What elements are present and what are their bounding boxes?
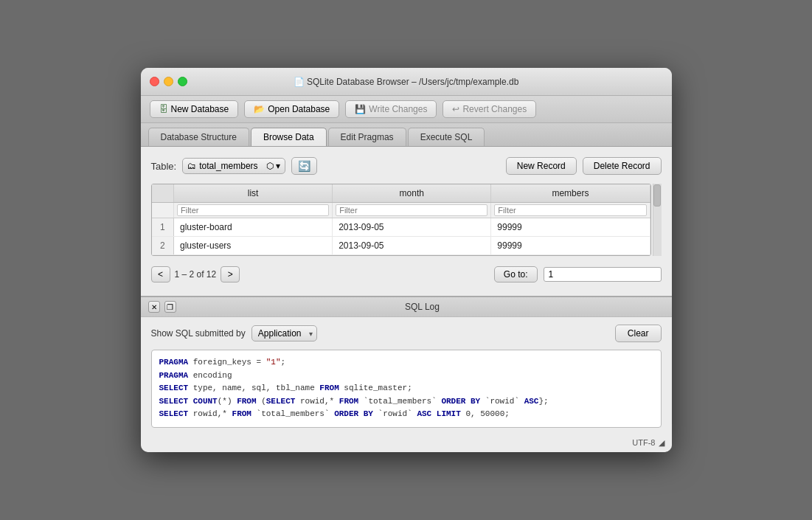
sql-line: SELECT rowid,* FROM `total_members` ORDE… bbox=[159, 408, 653, 421]
data-table: list month members bbox=[152, 184, 650, 255]
filter-rownum bbox=[152, 203, 174, 218]
write-changes-icon: 💾 bbox=[355, 104, 366, 114]
table-row[interactable]: 1 gluster-board 2013-09-05 99999 bbox=[152, 218, 650, 237]
sql-log-title: SQL Log bbox=[181, 302, 664, 312]
cell-list-1[interactable]: gluster-users bbox=[174, 237, 333, 255]
tab-edit-pragmas[interactable]: Edit Pragmas bbox=[328, 128, 406, 146]
cell-month-1[interactable]: 2013-09-05 bbox=[333, 237, 491, 255]
cell-members-0[interactable]: 99999 bbox=[491, 218, 650, 237]
filter-month-input[interactable] bbox=[336, 204, 487, 216]
goto-button[interactable]: Go to: bbox=[494, 266, 538, 282]
table-select[interactable]: 🗂 total_members ⬡ ▾ bbox=[182, 158, 285, 174]
next-page-button[interactable]: > bbox=[221, 266, 240, 282]
page-info: 1 – 2 of 12 bbox=[175, 269, 217, 280]
row-num-0: 1 bbox=[152, 218, 174, 237]
cell-list-0[interactable]: gluster-board bbox=[174, 218, 333, 237]
table-icon: 🗂 bbox=[187, 161, 196, 171]
tab-database-structure[interactable]: Database Structure bbox=[148, 128, 249, 146]
cell-month-0[interactable]: 2013-09-05 bbox=[333, 218, 491, 237]
prev-page-button[interactable]: < bbox=[151, 266, 170, 282]
table-row[interactable]: 2 gluster-users 2013-09-05 99999 bbox=[152, 237, 650, 255]
maximize-button[interactable] bbox=[178, 77, 187, 86]
filter-month-cell bbox=[333, 203, 491, 218]
sql-log-footer: UTF-8 ◢ bbox=[141, 435, 672, 452]
table-selector-row: Table: 🗂 total_members ⬡ ▾ 🔄 New Record … bbox=[151, 157, 662, 175]
resize-handle-icon[interactable]: ◢ bbox=[659, 438, 664, 448]
sql-line: PRAGMA encoding bbox=[159, 370, 653, 383]
close-icon: ✕ bbox=[151, 303, 157, 311]
data-rows: 1 gluster-board 2013-09-05 99999 2 glust… bbox=[152, 218, 650, 255]
cell-members-1[interactable]: 99999 bbox=[491, 237, 650, 255]
sql-filter-label: Show SQL submitted by bbox=[151, 328, 246, 339]
filter-row bbox=[152, 203, 650, 218]
row-num-1: 2 bbox=[152, 237, 174, 255]
tab-execute-sql[interactable]: Execute SQL bbox=[408, 128, 485, 146]
sql-log-body: Show SQL submitted by Application User C… bbox=[141, 317, 672, 435]
browse-data-panel: Table: 🗂 total_members ⬡ ▾ 🔄 New Record … bbox=[141, 147, 672, 296]
pagination-row: < 1 – 2 of 12 > Go to: bbox=[151, 263, 662, 285]
filter-list-cell bbox=[174, 203, 333, 218]
sql-log-titlebar: ✕ ❐ SQL Log bbox=[141, 297, 672, 317]
traffic-lights bbox=[150, 77, 187, 86]
table-scrollbar[interactable] bbox=[653, 184, 662, 256]
data-table-wrapper: list month members bbox=[151, 184, 662, 256]
sql-line: PRAGMA foreign_keys = "1"; bbox=[159, 356, 653, 370]
col-header-members[interactable]: members bbox=[491, 184, 650, 203]
encoding-label: UTF-8 bbox=[632, 438, 655, 448]
new-record-button[interactable]: New Record bbox=[506, 157, 577, 175]
revert-changes-icon: ↩ bbox=[452, 104, 459, 114]
write-changes-button[interactable]: 💾 Write Changes bbox=[345, 100, 437, 118]
restore-icon: ❐ bbox=[167, 303, 173, 311]
table-header-row: list month members bbox=[152, 184, 650, 203]
sql-code-area: PRAGMA foreign_keys = "1";PRAGMA encodin… bbox=[151, 350, 662, 428]
table-select-chevron: ⬡ ▾ bbox=[266, 161, 280, 171]
filter-members-input[interactable] bbox=[494, 204, 646, 216]
sql-line: SELECT COUNT(*) FROM (SELECT rowid,* FRO… bbox=[159, 395, 653, 409]
pagination-left: < 1 – 2 of 12 > bbox=[151, 266, 240, 282]
new-database-icon: 🗄 bbox=[159, 104, 168, 114]
refresh-button[interactable]: 🔄 bbox=[291, 157, 317, 175]
col-header-list[interactable]: list bbox=[174, 184, 333, 203]
window-title: 📄 SQLite Database Browser – /Users/jc/tm… bbox=[294, 77, 519, 87]
goto-input[interactable] bbox=[544, 267, 662, 282]
minimize-button[interactable] bbox=[164, 77, 173, 86]
tab-bar: Database Structure Browse Data Edit Prag… bbox=[141, 123, 672, 147]
filter-list-input[interactable] bbox=[177, 204, 329, 216]
sql-filter-left: Show SQL submitted by Application User bbox=[151, 325, 317, 342]
tab-browse-data[interactable]: Browse Data bbox=[251, 128, 327, 146]
table-selector-left: Table: 🗂 total_members ⬡ ▾ 🔄 bbox=[151, 157, 318, 175]
data-table-container: list month members bbox=[151, 184, 651, 256]
table-label: Table: bbox=[151, 161, 177, 172]
delete-record-button[interactable]: Delete Record bbox=[583, 157, 662, 175]
sql-log-close-button[interactable]: ✕ bbox=[148, 301, 160, 313]
filter-members-cell bbox=[491, 203, 650, 218]
new-database-button[interactable]: 🗄 New Database bbox=[150, 100, 239, 118]
col-header-rownum bbox=[152, 184, 174, 203]
close-button[interactable] bbox=[150, 77, 159, 86]
open-database-button[interactable]: 📂 Open Database bbox=[244, 100, 339, 118]
record-buttons: New Record Delete Record bbox=[506, 157, 662, 175]
revert-changes-button[interactable]: ↩ Revert Changes bbox=[443, 100, 536, 118]
sql-line: SELECT type, name, sql, tbl_name FROM sq… bbox=[159, 382, 653, 395]
file-icon: 📄 bbox=[294, 77, 305, 87]
sql-log-panel: ✕ ❐ SQL Log Show SQL submitted by Applic… bbox=[141, 296, 672, 452]
sql-filter-select-wrapper: Application User bbox=[251, 325, 317, 342]
toolbar: 🗄 New Database 📂 Open Database 💾 Write C… bbox=[141, 96, 672, 123]
main-window: 📄 SQLite Database Browser – /Users/jc/tm… bbox=[141, 68, 672, 452]
titlebar: 📄 SQLite Database Browser – /Users/jc/tm… bbox=[141, 68, 672, 96]
sql-log-restore-button[interactable]: ❐ bbox=[164, 301, 176, 313]
col-header-month[interactable]: month bbox=[333, 184, 491, 203]
table-value: total_members bbox=[199, 161, 257, 171]
sql-filter-row: Show SQL submitted by Application User C… bbox=[151, 325, 662, 342]
goto-row: Go to: bbox=[494, 266, 662, 282]
sql-filter-select[interactable]: Application User bbox=[251, 325, 317, 342]
clear-button[interactable]: Clear bbox=[615, 325, 662, 342]
open-database-icon: 📂 bbox=[254, 104, 265, 114]
table-scrollbar-thumb[interactable] bbox=[653, 184, 661, 207]
